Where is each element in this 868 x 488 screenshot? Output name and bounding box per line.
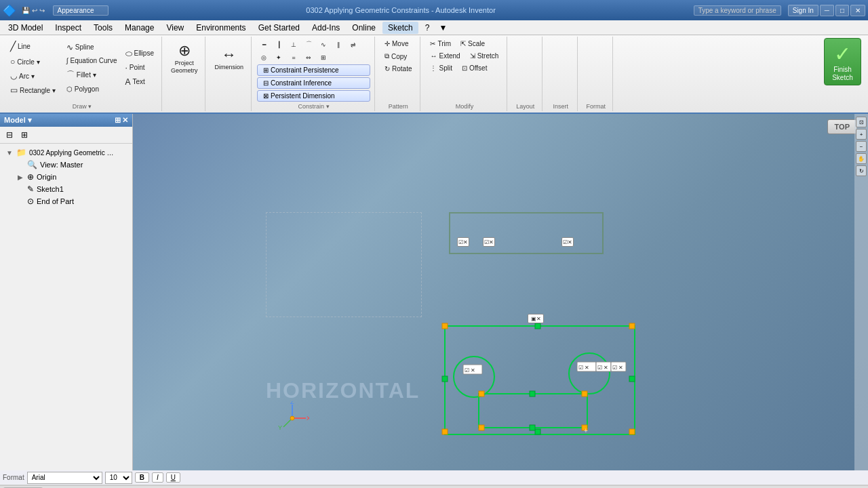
parallel-constraint[interactable]: ∥ — [332, 39, 345, 50]
finish-sketch-button[interactable]: ✓ FinishSketch — [824, 38, 861, 85]
menu-add-ins[interactable]: Add-Ins — [307, 22, 345, 34]
constrain-group-label: Constrain ▾ — [298, 102, 330, 110]
menu-environments[interactable]: Environments — [191, 22, 251, 34]
menu-3d-model[interactable]: 3D Model — [3, 22, 48, 34]
search-box[interactable]: Type a keyword or phrase — [698, 7, 776, 14]
zoom-in-btn[interactable]: + — [856, 129, 867, 140]
rectangle-icon: ▭ — [10, 85, 18, 95]
circle-tool[interactable]: ○ Circle ▾ — [7, 55, 59, 68]
coincident-constraint[interactable]: ✦ — [272, 52, 285, 63]
trim-button[interactable]: ✂ Trim — [426, 38, 455, 49]
tree-item-project[interactable]: ▼ 📁 0302 Applying Geometric Constra — [3, 146, 130, 159]
menu-help[interactable]: ? — [420, 22, 435, 34]
collinear-constraint[interactable]: ⇌ — [347, 39, 360, 50]
ribbon-group-insert: Insert — [544, 37, 578, 111]
tree-item-sketch1[interactable]: ✎ Sketch1 — [3, 183, 130, 195]
appearance-dropdown[interactable]: Appearance — [53, 5, 108, 16]
zoom-fit-btn[interactable]: ⊡ — [856, 117, 867, 127]
constraint-persistence-button[interactable]: ⊞ Constraint Persistence — [257, 64, 370, 76]
ci-icon: ⊟ — [263, 79, 269, 87]
offset-button[interactable]: ⊡ Offset — [458, 62, 492, 74]
move-button[interactable]: ✛ Move — [380, 38, 416, 49]
text-tool[interactable]: A Text — [122, 75, 157, 89]
svg-rect-14 — [479, 425, 484, 430]
view-cube-top[interactable]: TOP — [827, 119, 857, 134]
smooth-icon: ∿ — [321, 41, 326, 48]
concentric-constraint[interactable]: ◎ — [257, 52, 271, 63]
expand-arrow[interactable]: ▼ — [439, 23, 447, 33]
minimize-button[interactable]: ─ — [820, 5, 834, 16]
orbit-btn[interactable]: ↻ — [856, 165, 867, 176]
underline-button[interactable]: U — [166, 472, 180, 483]
polygon-tool[interactable]: ⬡ Polygon — [63, 83, 121, 95]
rotate-button[interactable]: ↻ Rotate — [380, 63, 416, 75]
vertical-constraint[interactable]: ┃ — [272, 39, 285, 50]
stretch-button[interactable]: ⇲ Stretch — [466, 50, 503, 62]
constraint-top-badge: ▣✕ — [528, 314, 544, 323]
copy-button[interactable]: ⧉ Copy — [380, 50, 416, 62]
font-size-select[interactable]: 10 12 14 — [105, 472, 132, 484]
zoom-out-btn[interactable]: − — [856, 141, 867, 152]
origin-icon: ⊕ — [27, 172, 34, 182]
menu-sketch[interactable]: Sketch — [382, 22, 418, 34]
font-family-select[interactable]: Arial Times New Roman — [27, 472, 102, 484]
horizontal-scrollbar[interactable] — [0, 485, 868, 488]
dimension-button[interactable]: ↔ Dimension — [211, 38, 247, 79]
spline-tool[interactable]: ∿ Spline — [63, 41, 121, 54]
split-button[interactable]: ⋮ Split — [426, 62, 456, 74]
tree-item-origin[interactable]: ▶ ⊕ Origin — [3, 171, 130, 183]
tree-item-end-of-part[interactable]: ⊙ End of Part — [3, 195, 130, 207]
pan-btn[interactable]: ✋ — [856, 153, 867, 164]
svg-rect-16 — [530, 391, 535, 396]
menu-view[interactable]: View — [161, 22, 189, 34]
group-tool[interactable]: ⊞ — [18, 128, 31, 142]
panel-close-icon[interactable]: ✕ — [122, 116, 128, 125]
line-tool[interactable]: ╱ Line — [7, 38, 59, 54]
format-bar: Format Arial Times New Roman 10 12 14 B … — [0, 470, 868, 485]
perp-icon: ⊥ — [291, 41, 296, 48]
origin-label: Origin — [37, 173, 56, 181]
maximize-button[interactable]: □ — [835, 5, 849, 16]
cp-icon: ⊞ — [263, 66, 269, 74]
sign-in-button[interactable]: Sign In — [788, 5, 818, 16]
arc-tool[interactable]: ◡ Arc ▾ — [7, 69, 59, 83]
fix-constraint[interactable]: ⊞ — [317, 52, 330, 63]
svg-rect-18 — [463, 365, 482, 374]
menu-tools[interactable]: Tools — [88, 22, 118, 34]
equation-curve-icon: ∫ — [66, 57, 68, 64]
horizontal-constraint[interactable]: ━ — [257, 39, 271, 50]
bold-button[interactable]: B — [135, 472, 149, 483]
persistent-dimension-button[interactable]: ⊠ Persistent Dimension — [257, 90, 370, 102]
extend-button[interactable]: ↔ Extend — [426, 50, 464, 62]
ribbon-group-constrain: ━ ┃ ⊥ ⌒ ∿ ∥ — [253, 37, 375, 111]
panel-toolbar: ⊟ ⊞ — [0, 127, 132, 144]
menu-manage[interactable]: Manage — [119, 22, 159, 34]
project-geometry-button[interactable]: ⊕ ProjectGeometry — [167, 38, 201, 79]
tangent-constraint[interactable]: ⌒ — [302, 38, 315, 51]
equation-curve-tool[interactable]: ∫ Equation Curve — [63, 55, 121, 66]
canvas-area[interactable]: TOP ⊡ + − ✋ ↻ HORIZONTAL VERTICAL ☑✕ ☑✕ … — [133, 114, 868, 470]
panel-filter-icon[interactable]: ⊞ — [115, 116, 121, 125]
menu-inspect[interactable]: Inspect — [50, 22, 87, 34]
project-geometry-label: ProjectGeometry — [171, 60, 198, 75]
tree-item-view[interactable]: 🔍 View: Master — [3, 159, 130, 171]
italic-button[interactable]: I — [152, 472, 163, 483]
fillet-tool[interactable]: ⌒ Fillet ▾ — [63, 67, 121, 83]
appearance-label: Appearance — [53, 5, 108, 16]
equal-constraint[interactable]: = — [287, 52, 300, 63]
ellipse-tool[interactable]: ⬭ Ellipse — [122, 47, 157, 60]
point-tool[interactable]: · Point — [122, 61, 157, 75]
sketch-icon: ✎ — [27, 184, 34, 194]
constraint-inference-button[interactable]: ⊟ Constraint Inference — [257, 77, 370, 89]
rectangle-tool[interactable]: ▭ Rectangle ▾ — [7, 83, 59, 97]
smooth-constraint[interactable]: ∿ — [317, 39, 330, 50]
parallel-icon: ∥ — [337, 41, 340, 48]
scale-button[interactable]: ⇱ Scale — [456, 38, 489, 49]
menu-get-started[interactable]: Get Started — [253, 22, 305, 34]
close-button[interactable]: ✕ — [850, 5, 865, 16]
menu-online[interactable]: Online — [347, 22, 381, 34]
fix-icon: ⊞ — [321, 54, 326, 61]
symmetric-constraint[interactable]: ⇔ — [302, 52, 315, 63]
perpendicular-constraint[interactable]: ⊥ — [287, 39, 300, 50]
filter-tool[interactable]: ⊟ — [3, 128, 16, 142]
